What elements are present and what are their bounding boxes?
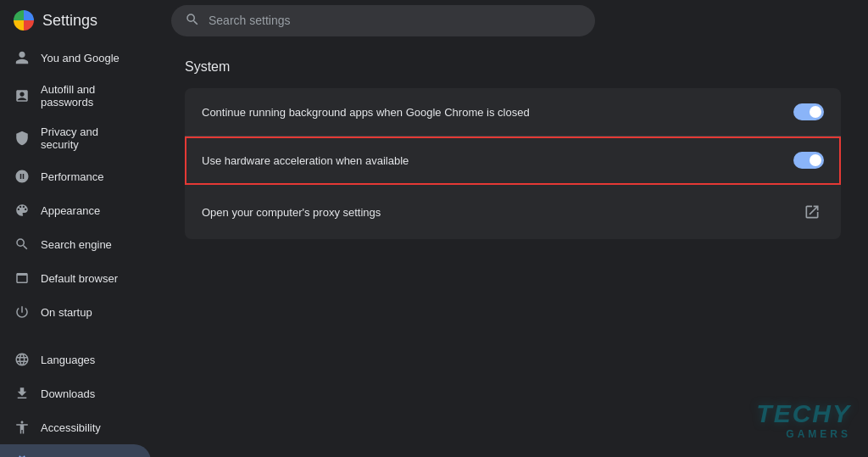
performance-icon: [14, 168, 31, 185]
settings-card: Continue running background apps when Go…: [185, 88, 841, 239]
sidebar-label-on-startup: On startup: [41, 306, 137, 319]
person-icon: [14, 49, 31, 66]
sidebar-item-autofill[interactable]: Autofill and passwords: [0, 75, 151, 117]
setting-row-hardware-acceleration: Use hardware acceleration when available: [185, 137, 841, 185]
sidebar-label-performance: Performance: [41, 170, 137, 183]
languages-icon: [14, 351, 31, 368]
sidebar-label-accessibility: Accessibility: [41, 421, 137, 434]
setting-row-proxy: Open your computer's proxy settings: [185, 185, 841, 239]
sidebar-item-you-and-google[interactable]: You and Google: [0, 41, 151, 75]
sidebar-item-default-browser[interactable]: Default browser: [0, 261, 151, 295]
sidebar-label-autofill: Autofill and passwords: [41, 83, 137, 109]
search-engine-icon: [14, 236, 31, 253]
sidebar-label-default-browser: Default browser: [41, 272, 137, 285]
main-content: System Continue running background apps …: [158, 0, 868, 457]
sidebar-label-you-and-google: You and Google: [41, 52, 137, 64]
browser-icon: [14, 270, 31, 287]
setting-row-background-apps: Continue running background apps when Go…: [185, 88, 841, 137]
shield-icon: [14, 130, 31, 147]
proxy-settings-link-button[interactable]: [800, 200, 824, 224]
sidebar-item-search-engine[interactable]: Search engine: [0, 227, 151, 261]
chrome-logo-icon: [14, 10, 34, 31]
hardware-acceleration-label: Use hardware acceleration when available: [202, 154, 409, 167]
search-bar-container: [171, 5, 595, 36]
sidebar-item-languages[interactable]: Languages: [0, 343, 151, 376]
startup-icon: [14, 304, 31, 320]
sidebar-item-appearance[interactable]: Appearance: [0, 193, 151, 227]
sidebar-label-downloads: Downloads: [41, 387, 137, 400]
settings-area: System Continue running background apps …: [185, 59, 841, 239]
system-icon: [14, 453, 31, 457]
sidebar-label-appearance: Appearance: [41, 204, 137, 217]
watermark-techy: TECHY: [756, 399, 851, 428]
sidebar-item-performance[interactable]: Performance: [0, 159, 151, 193]
toggle-slider-hardware: [793, 152, 824, 169]
sidebar-item-downloads[interactable]: Downloads: [0, 376, 151, 410]
sidebar-item-accessibility[interactable]: Accessibility: [0, 410, 151, 444]
watermark: TECHY GAMERS: [756, 399, 851, 440]
downloads-icon: [14, 385, 31, 402]
toggle-slider-background-apps: [793, 103, 824, 120]
external-link-icon: [804, 203, 821, 220]
search-icon: [185, 12, 200, 30]
section-title: System: [185, 59, 841, 75]
search-input[interactable]: [209, 14, 581, 27]
sidebar-title: Settings: [42, 12, 97, 30]
hardware-acceleration-toggle[interactable]: [793, 152, 824, 169]
accessibility-icon: [14, 419, 31, 436]
sidebar-label-search-engine: Search engine: [41, 238, 137, 251]
sidebar: Settings You and Google Autofill and pas…: [0, 0, 158, 457]
sidebar-label-languages: Languages: [41, 354, 137, 366]
sidebar-item-system[interactable]: System: [0, 444, 151, 457]
sidebar-label-privacy: Privacy and security: [41, 125, 137, 151]
proxy-settings-label: Open your computer's proxy settings: [202, 206, 381, 219]
background-apps-label: Continue running background apps when Go…: [202, 106, 530, 119]
sidebar-item-privacy[interactable]: Privacy and security: [0, 117, 151, 159]
watermark-gamers: GAMERS: [786, 428, 851, 440]
sidebar-item-on-startup[interactable]: On startup: [0, 295, 151, 329]
autofill-icon: [14, 87, 31, 104]
appearance-icon: [14, 202, 31, 219]
sidebar-header: Settings: [0, 0, 158, 41]
background-apps-toggle[interactable]: [793, 103, 824, 120]
top-bar: [158, 0, 868, 41]
